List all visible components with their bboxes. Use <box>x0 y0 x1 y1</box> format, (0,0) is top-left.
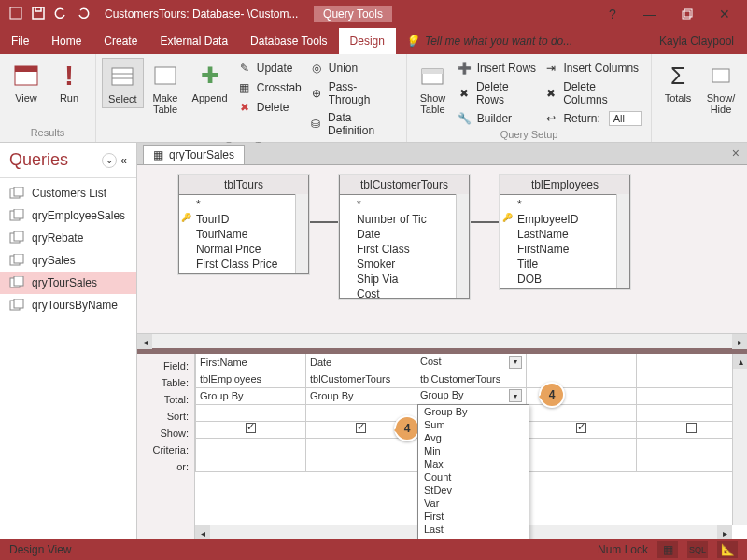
grid-cell-table[interactable] <box>637 371 747 387</box>
show-checkbox[interactable] <box>576 423 586 433</box>
grid-cell-criteria[interactable] <box>637 438 747 455</box>
tell-me[interactable]: 💡Tell me what you want to do... <box>396 28 582 54</box>
field-item[interactable]: DOB <box>500 272 629 287</box>
dropdown-option[interactable]: Sum <box>418 418 529 431</box>
user-name[interactable]: Kayla Claypool <box>646 28 747 54</box>
grid-cell-criteria[interactable] <box>306 438 416 455</box>
field-dropdown-icon[interactable]: ▾ <box>509 356 522 369</box>
table-box[interactable]: tblEmployees*EmployeeIDLastNameFirstName… <box>500 175 630 289</box>
nav-item[interactable]: qryToursByName <box>0 294 136 316</box>
tab-home[interactable]: Home <box>40 28 92 54</box>
redo-icon[interactable] <box>77 7 90 22</box>
field-item[interactable]: Title <box>500 257 629 272</box>
nav-item[interactable]: qryRebate <box>0 227 136 249</box>
dropdown-option[interactable]: Last <box>418 523 529 536</box>
field-item[interactable]: Date <box>340 227 469 242</box>
table-header[interactable]: tblTours <box>179 175 308 195</box>
insert-rows-button[interactable]: ➕Insert Rows <box>455 60 540 77</box>
field-item[interactable]: Ship Via <box>340 272 469 287</box>
grid-cell-field[interactable]: FirstName <box>196 354 306 371</box>
field-item[interactable]: Number of Tic <box>340 212 469 227</box>
tab-design[interactable]: Design <box>339 28 396 54</box>
field-item[interactable]: Cost <box>340 287 469 298</box>
grid-cell-or[interactable] <box>637 455 747 471</box>
table-header[interactable]: tblEmployees <box>500 175 629 195</box>
grid-cell-total[interactable]: Group By <box>306 387 416 404</box>
update-button[interactable]: ✎Update <box>234 60 304 77</box>
dropdown-option[interactable]: Var <box>418 497 529 510</box>
table-box[interactable]: tblCustomerTours*Number of TicDateFirst … <box>339 175 470 299</box>
grid-cell-criteria[interactable] <box>196 438 306 455</box>
field-item[interactable]: FirstName <box>500 242 629 257</box>
grid-cell-sort[interactable] <box>527 404 637 421</box>
select-query-button[interactable]: Select <box>102 58 144 108</box>
nav-item[interactable]: qryEmployeeSales <box>0 204 136 227</box>
field-item[interactable]: LastName <box>500 227 629 242</box>
field-item[interactable]: * <box>500 197 629 212</box>
grid-cell-field[interactable] <box>637 354 747 371</box>
grid-cell-or[interactable] <box>527 455 637 471</box>
help-button[interactable]: ? <box>594 0 631 28</box>
field-item[interactable]: TourName <box>179 227 308 242</box>
return-button[interactable]: ↩Return:All <box>541 110 645 127</box>
dropdown-option[interactable]: First <box>418 510 529 523</box>
grid-cell-field[interactable] <box>527 354 637 371</box>
grid-cell-total[interactable]: Group By <box>196 387 306 404</box>
field-item[interactable]: EmployeeID <box>500 212 629 227</box>
design-view-button[interactable]: 📐 <box>717 541 738 558</box>
table-header[interactable]: tblCustomerTours <box>340 175 469 195</box>
undo-icon[interactable] <box>54 7 67 22</box>
field-item[interactable]: TourID <box>179 212 308 227</box>
make-table-button[interactable]: Make Table <box>146 58 186 118</box>
close-tab-button[interactable]: × <box>725 142 747 164</box>
dropdown-option[interactable]: Group By <box>418 405 529 418</box>
grid-cell-table[interactable]: tblCustomerTours <box>416 371 527 387</box>
tab-external-data[interactable]: External Data <box>148 28 239 54</box>
builder-button[interactable]: 🔧Builder <box>455 110 540 127</box>
passthrough-button[interactable]: ⊕Pass-Through <box>306 79 401 107</box>
grid-cell-field[interactable]: Date <box>306 354 416 371</box>
nav-item[interactable]: qrySales <box>0 249 136 272</box>
field-item[interactable]: Smoker <box>340 257 469 272</box>
show-checkbox[interactable] <box>246 423 256 433</box>
nav-collapse-icon[interactable]: « <box>120 154 127 167</box>
delete-button[interactable]: ✖Delete <box>234 99 304 116</box>
nav-item[interactable]: qryTourSales <box>0 272 136 294</box>
nav-item[interactable]: Customers List <box>0 182 136 204</box>
union-button[interactable]: ◎Union <box>306 60 401 77</box>
grid-cell-criteria[interactable] <box>527 438 637 455</box>
dropdown-option[interactable]: StDev <box>418 483 529 497</box>
tab-file[interactable]: File <box>0 28 40 54</box>
minimize-button[interactable]: — <box>631 0 669 28</box>
dropdown-option[interactable]: Max <box>418 457 529 470</box>
nav-dropdown-icon[interactable]: ⌄ <box>102 153 117 168</box>
tab-database-tools[interactable]: Database Tools <box>239 28 339 54</box>
grid-cell-sort[interactable] <box>637 404 747 421</box>
diagram-hscroll[interactable]: ◂▸ <box>137 333 747 348</box>
sql-view-button[interactable]: SQL <box>687 541 708 558</box>
grid-cell-or[interactable] <box>306 455 416 471</box>
show-hide-button[interactable]: Show/ Hide <box>700 58 741 118</box>
total-dropdown[interactable]: Group BySumAvgMinMaxCountStDevVarFirstLa… <box>417 404 529 539</box>
close-button[interactable]: ✕ <box>706 0 743 28</box>
table-scrollbar[interactable] <box>616 194 629 288</box>
table-scrollbar[interactable] <box>295 194 308 273</box>
grid-cell-table[interactable]: tblCustomerTours <box>306 371 416 387</box>
grid-cell-show[interactable] <box>196 421 306 438</box>
insert-columns-button[interactable]: ⇥Insert Columns <box>541 60 645 77</box>
field-item[interactable]: First Class Price <box>179 257 308 272</box>
grid-cell-show[interactable] <box>527 421 637 438</box>
grid-cell-table[interactable]: tblEmployees <box>196 371 306 387</box>
tab-create[interactable]: Create <box>92 28 148 54</box>
grid-cell-total[interactable] <box>637 387 747 404</box>
grid-cell-field[interactable]: Cost▾ <box>416 354 527 371</box>
table-box[interactable]: tblTours*TourIDTourNameNormal PriceFirst… <box>178 175 309 274</box>
field-item[interactable]: First Class <box>340 242 469 257</box>
field-item[interactable]: * <box>179 197 308 212</box>
dropdown-option[interactable]: Min <box>418 444 529 457</box>
append-button[interactable]: ✚Append <box>187 58 232 106</box>
table-scrollbar[interactable] <box>456 194 469 298</box>
field-item[interactable]: * <box>340 197 469 212</box>
dropdown-option[interactable]: Count <box>418 470 529 483</box>
show-checkbox[interactable] <box>356 423 366 433</box>
